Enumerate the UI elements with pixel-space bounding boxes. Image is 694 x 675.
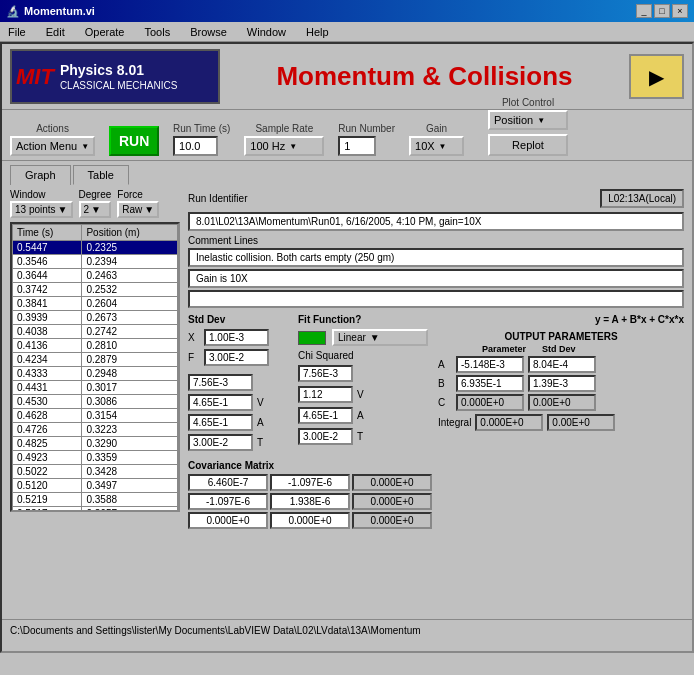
- minimize-button[interactable]: _: [636, 4, 652, 18]
- table-row[interactable]: 0.44310.3017: [13, 381, 178, 395]
- maximize-button[interactable]: □: [654, 4, 670, 18]
- param-a-value[interactable]: -5.148E-3: [456, 356, 524, 373]
- v2-value[interactable]: 4.65E-1: [188, 394, 253, 411]
- table-cell[interactable]: 0.3546: [13, 255, 82, 269]
- a-value[interactable]: 4.65E-1: [188, 414, 253, 431]
- table-cell[interactable]: 0.3742: [13, 283, 82, 297]
- param-b-std[interactable]: 1.39E-3: [528, 375, 596, 392]
- table-cell[interactable]: 0.5447: [13, 241, 82, 255]
- force-dropdown[interactable]: Raw ▼: [117, 201, 159, 218]
- table-cell[interactable]: 0.2879: [82, 353, 178, 367]
- sample-rate-dropdown[interactable]: 100 Hz ▼: [244, 136, 324, 156]
- run-button[interactable]: RUN: [109, 126, 159, 156]
- table-cell[interactable]: 0.4923: [13, 451, 82, 465]
- table-cell[interactable]: 0.3657: [82, 507, 178, 511]
- table-cell[interactable]: 0.2742: [82, 325, 178, 339]
- chi-v-value[interactable]: 7.56E-3: [298, 365, 353, 382]
- cov-cell[interactable]: -1.097E-6: [270, 474, 350, 491]
- plot-control-dropdown[interactable]: Position ▼: [488, 110, 568, 130]
- param-b-value[interactable]: 6.935E-1: [456, 375, 524, 392]
- table-cell[interactable]: 0.3359: [82, 451, 178, 465]
- table-cell[interactable]: 0.2948: [82, 367, 178, 381]
- table-row[interactable]: 0.47260.3223: [13, 423, 178, 437]
- tab-graph[interactable]: Graph: [10, 165, 71, 185]
- menu-file[interactable]: File: [4, 25, 30, 39]
- tab-table[interactable]: Table: [73, 165, 129, 185]
- cov-cell[interactable]: 0.000E+0: [270, 512, 350, 529]
- stddev-f-value[interactable]: 3.00E-2: [204, 349, 269, 366]
- table-row[interactable]: 0.40380.2742: [13, 325, 178, 339]
- table-row[interactable]: 0.50220.3428: [13, 465, 178, 479]
- menu-operate[interactable]: Operate: [81, 25, 129, 39]
- chi-value[interactable]: 7.56E-3: [188, 374, 253, 391]
- table-cell[interactable]: 0.4136: [13, 339, 82, 353]
- comment-line-3[interactable]: [188, 290, 684, 308]
- table-cell[interactable]: 0.5317: [13, 507, 82, 511]
- table-cell[interactable]: 0.2325: [82, 241, 178, 255]
- table-cell[interactable]: 0.2810: [82, 339, 178, 353]
- comment-line-1[interactable]: Inelastic collision. Both carts empty (2…: [188, 248, 684, 267]
- data-table-scroll[interactable]: Time (s) Position (m) 0.54470.23250.3546…: [12, 224, 178, 510]
- gain-dropdown[interactable]: 10X ▼: [409, 136, 464, 156]
- table-cell[interactable]: 0.3939: [13, 311, 82, 325]
- table-row[interactable]: 0.42340.2879: [13, 353, 178, 367]
- table-cell[interactable]: 0.3017: [82, 381, 178, 395]
- table-cell[interactable]: 0.3644: [13, 269, 82, 283]
- cov-cell[interactable]: -1.097E-6: [188, 493, 268, 510]
- table-cell[interactable]: 0.2394: [82, 255, 178, 269]
- table-row[interactable]: 0.43330.2948: [13, 367, 178, 381]
- table-cell[interactable]: 0.4234: [13, 353, 82, 367]
- table-row[interactable]: 0.51200.3497: [13, 479, 178, 493]
- cov-cell[interactable]: 6.460E-7: [188, 474, 268, 491]
- table-row[interactable]: 0.48250.3290: [13, 437, 178, 451]
- cov-cell[interactable]: 0.000E+0: [188, 512, 268, 529]
- stddev-x-value[interactable]: 1.00E-3: [204, 329, 269, 346]
- a-chi-value[interactable]: 4.65E-1: [298, 407, 353, 424]
- table-cell[interactable]: 0.3290: [82, 437, 178, 451]
- menu-tools[interactable]: Tools: [140, 25, 174, 39]
- table-cell[interactable]: 0.2463: [82, 269, 178, 283]
- cov-cell[interactable]: 1.938E-6: [270, 493, 350, 510]
- table-cell[interactable]: 0.2673: [82, 311, 178, 325]
- table-row[interactable]: 0.49230.3359: [13, 451, 178, 465]
- table-row[interactable]: 0.38410.2604: [13, 297, 178, 311]
- table-cell[interactable]: 0.3154: [82, 409, 178, 423]
- run-number-input[interactable]: [338, 136, 376, 156]
- window-dropdown[interactable]: 13 points ▼: [10, 201, 73, 218]
- table-cell[interactable]: 0.5022: [13, 465, 82, 479]
- menu-edit[interactable]: Edit: [42, 25, 69, 39]
- table-row[interactable]: 0.46280.3154: [13, 409, 178, 423]
- table-cell[interactable]: 0.4628: [13, 409, 82, 423]
- table-row[interactable]: 0.45300.3086: [13, 395, 178, 409]
- table-row[interactable]: 0.41360.2810: [13, 339, 178, 353]
- table-row[interactable]: 0.37420.2532: [13, 283, 178, 297]
- table-row[interactable]: 0.36440.2463: [13, 269, 178, 283]
- table-row[interactable]: 0.54470.2325: [13, 241, 178, 255]
- table-cell[interactable]: 0.3841: [13, 297, 82, 311]
- table-cell[interactable]: 0.4333: [13, 367, 82, 381]
- action-menu-dropdown[interactable]: Action Menu ▼: [10, 136, 95, 156]
- degree-dropdown[interactable]: 2 ▼: [79, 201, 112, 218]
- param-a-std[interactable]: 8.04E-4: [528, 356, 596, 373]
- comment-line-2[interactable]: Gain is 10X: [188, 269, 684, 288]
- table-cell[interactable]: 0.3497: [82, 479, 178, 493]
- table-row[interactable]: 0.39390.2673: [13, 311, 178, 325]
- table-cell[interactable]: 0.4530: [13, 395, 82, 409]
- table-cell[interactable]: 0.2532: [82, 283, 178, 297]
- table-row[interactable]: 0.52190.3588: [13, 493, 178, 507]
- menu-browse[interactable]: Browse: [186, 25, 231, 39]
- table-cell[interactable]: 0.4431: [13, 381, 82, 395]
- table-row[interactable]: 0.35460.2394: [13, 255, 178, 269]
- menu-window[interactable]: Window: [243, 25, 290, 39]
- table-cell[interactable]: 0.3428: [82, 465, 178, 479]
- v-chi-value[interactable]: 1.12: [298, 386, 353, 403]
- replot-button[interactable]: Replot: [488, 134, 568, 156]
- table-cell[interactable]: 0.3588: [82, 493, 178, 507]
- table-cell[interactable]: 0.3223: [82, 423, 178, 437]
- close-button[interactable]: ×: [672, 4, 688, 18]
- table-cell[interactable]: 0.2604: [82, 297, 178, 311]
- t-value[interactable]: 3.00E-2: [188, 434, 253, 451]
- table-cell[interactable]: 0.4726: [13, 423, 82, 437]
- table-cell[interactable]: 0.4038: [13, 325, 82, 339]
- table-cell[interactable]: 0.3086: [82, 395, 178, 409]
